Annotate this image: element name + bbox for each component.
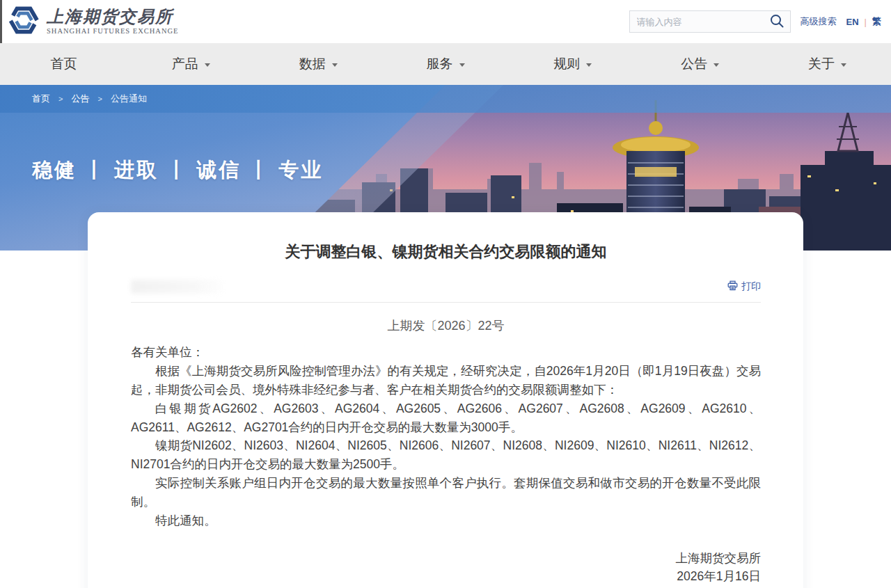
lang-traditional-link[interactable]: 繁 [872,15,881,28]
nav-label: 关于 [808,55,835,73]
nav-item-products[interactable]: 产品 [127,43,255,85]
search-button[interactable] [769,13,784,31]
search-input[interactable] [637,17,769,27]
nav-item-rules[interactable]: 规则 [509,43,636,85]
nav-label: 产品 [172,55,198,73]
chevron-down-icon [713,63,719,67]
doc-number: 上期发〔2026〕22号 [131,317,761,334]
nav-label: 服务 [427,55,453,73]
breadcrumb-separator: > [58,95,63,103]
print-label: 打印 [741,280,761,293]
lang-separator: | [865,17,867,27]
nav-item-data[interactable]: 数据 [255,43,382,85]
nav-item-about[interactable]: 关于 [764,43,891,85]
site-logo[interactable]: 上海期货交易所 SHANGHAI FUTURES EXCHANGE [8,4,179,39]
paragraph-basis: 根据《上海期货交易所风险控制管理办法》的有关规定，经研究决定，自2026年1月2… [131,362,761,399]
chevron-down-icon [459,63,465,67]
logo-subtitle: SHANGHAI FUTURES EXCHANGE [47,27,179,35]
breadcrumb-current: 公告通知 [111,93,147,105]
breadcrumb-separator: > [97,95,102,103]
nav-label: 公告 [681,55,707,73]
article-meta-row: 打印 [131,278,761,295]
printer-icon [727,280,738,293]
nav-label: 首页 [50,55,77,73]
paragraph-notice: 特此通知。 [131,511,761,530]
nav-label: 数据 [299,55,326,73]
logo-title: 上海期货交易所 [47,8,179,26]
signature-block: 上海期货交易所 2026年1月16日 [131,549,761,586]
nav-item-services[interactable]: 服务 [382,43,510,85]
article-title: 关于调整白银、镍期货相关合约交易限额的通知 [131,241,761,263]
article-card: 关于调整白银、镍期货相关合约交易限额的通知 打印 上期发〔2026〕22号 [88,212,803,588]
article-body: 各有关单位： 根据《上海期货交易所风险控制管理办法》的有关规定，经研究决定，自2… [131,343,761,586]
chevron-down-icon [586,63,592,67]
advanced-search-link[interactable]: 高级搜索 [801,15,837,28]
chevron-down-icon [841,63,846,67]
site-header: 上海期货交易所 SHANGHAI FUTURES EXCHANGE 高级搜索 E… [0,0,891,43]
signature-date: 2026年1月16日 [131,567,761,585]
nav-item-announcements[interactable]: 公告 [636,43,764,85]
main-nav: 首页 产品 数据 服务 规则 公告 关于 [0,43,891,85]
blurred-meta-placeholder [131,280,227,294]
chevron-down-icon [205,63,210,67]
shfe-hexagon-logo-icon [8,4,40,39]
article-divider [131,302,761,303]
breadcrumb-announcements-link[interactable]: 公告 [71,93,89,105]
banner-slogan: 稳健 丨 进取 丨 诚信 丨 专业 [32,157,323,184]
nav-item-home[interactable]: 首页 [0,43,127,85]
paragraph-actual-control: 实际控制关系账户组日内开仓交易的最大数量按照单个客户执行。套期保值交易和做市交易… [131,474,761,511]
paragraph-nickel-limits: 镍期货NI2602、NI2603、NI2604、NI2605、NI2606、NI… [131,436,761,474]
lang-en-link[interactable]: EN [846,17,859,27]
breadcrumb-home-link[interactable]: 首页 [32,93,50,105]
salutation: 各有关单位： [131,343,761,362]
print-button[interactable]: 打印 [727,280,761,293]
search-icon [769,13,784,31]
search-box[interactable] [629,10,791,33]
chevron-down-icon [332,63,338,67]
signature-org: 上海期货交易所 [131,549,761,567]
nav-label: 规则 [553,55,580,73]
breadcrumb: 首页 > 公告 > 公告通知 [0,85,891,113]
paragraph-silver-limits: 白银期货AG2602、AG2603、AG2604、AG2605、AG2606、A… [131,399,761,437]
